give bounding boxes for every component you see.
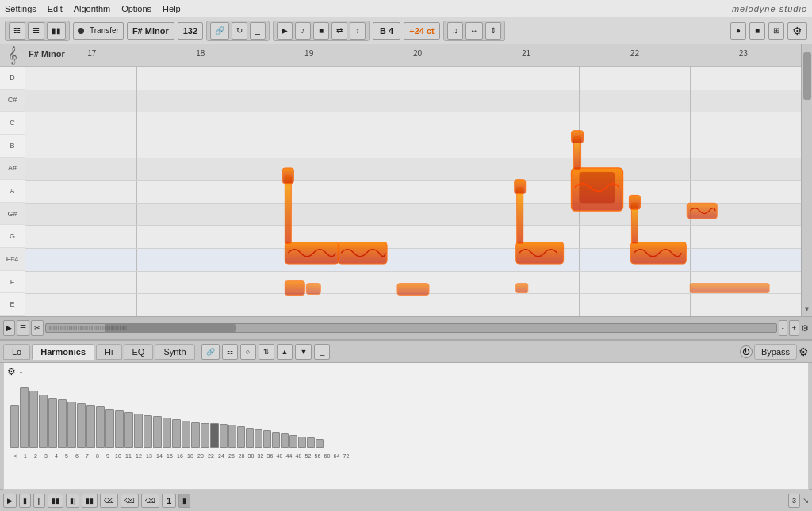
menu-edit[interactable]: Edit: [48, 4, 63, 13]
record-btn[interactable]: ■: [749, 22, 765, 40]
bar-item-2[interactable]: [29, 391, 38, 448]
bar-item-12[interactable]: [124, 412, 133, 448]
bypass-btn[interactable]: Bypass: [754, 344, 797, 360]
stretch-btn[interactable]: ↔: [465, 22, 483, 40]
power-btn[interactable]: ⏻: [740, 345, 753, 358]
bar-item-4[interactable]: [48, 398, 57, 448]
bpm-display[interactable]: 132: [178, 22, 203, 40]
bar-item-29[interactable]: [281, 433, 289, 448]
menu-settings[interactable]: Settings: [5, 4, 36, 13]
bar-item-24[interactable]: [237, 426, 245, 448]
tab-harmonics[interactable]: Harmonics: [32, 344, 94, 360]
bar-item-32[interactable]: [307, 437, 315, 448]
bar-item-18[interactable]: [182, 421, 190, 448]
circle-icon[interactable]: ○: [240, 344, 256, 360]
pitch-tool[interactable]: ♪: [295, 22, 311, 40]
bottom-extra[interactable]: 3: [788, 494, 800, 508]
harmonics-settings-btn[interactable]: ⚙: [799, 345, 809, 358]
hand-tool-btn[interactable]: ☰: [17, 320, 29, 336]
menu-help[interactable]: Help: [163, 4, 181, 13]
corner-arrow-icon[interactable]: ↘: [802, 496, 809, 505]
bottom-tool-4[interactable]: ▮▮: [48, 494, 63, 508]
bar-item-16[interactable]: [163, 418, 171, 448]
bar-item-3[interactable]: [39, 395, 48, 448]
bar-item-17[interactable]: [172, 419, 181, 448]
scissors-btn[interactable]: ✂: [31, 320, 44, 336]
bottom-tool-3[interactable]: ∥: [33, 494, 45, 508]
bar-item-30[interactable]: [289, 435, 297, 448]
bottom-tool-2[interactable]: ▮: [19, 494, 31, 508]
bar-item-8[interactable]: [86, 405, 95, 448]
bottom-tool-1[interactable]: ▶: [3, 494, 17, 508]
bar-item-22[interactable]: [220, 424, 228, 448]
bar-item-5[interactable]: [58, 399, 67, 448]
bar-item-0[interactable]: [10, 405, 19, 448]
bar-item-31[interactable]: [298, 437, 306, 448]
right-scrollbar[interactable]: ▼: [801, 44, 812, 316]
settings-btn[interactable]: ⚙: [787, 22, 807, 40]
pan-tool[interactable]: ↕: [350, 22, 366, 40]
bar-item-15[interactable]: [153, 416, 162, 448]
flat-icon[interactable]: ⎯: [314, 344, 330, 360]
level-btn[interactable]: ⇕: [485, 22, 501, 40]
pointer-tool[interactable]: ▶: [277, 22, 293, 40]
bar-item-20[interactable]: [201, 423, 209, 448]
loop-btn[interactable]: ↻: [232, 22, 247, 40]
tab-hi[interactable]: Hi: [96, 344, 121, 360]
bottom-active-btn[interactable]: ▮: [178, 494, 190, 508]
zoom-out-btn[interactable]: -: [779, 320, 787, 336]
bar-item-14[interactable]: [144, 415, 152, 448]
list-view-btn[interactable]: ☰: [28, 22, 44, 40]
bar-item-28[interactable]: [272, 432, 280, 448]
bar-item-13[interactable]: [134, 414, 143, 448]
bar-item-1[interactable]: [20, 387, 29, 448]
bar-item-6[interactable]: [67, 402, 76, 448]
bar-chart-btn[interactable]: ▮▮: [47, 22, 66, 40]
down-icon[interactable]: ▼: [295, 344, 312, 360]
bar-item-23[interactable]: [228, 425, 236, 448]
bottom-tool-6[interactable]: ▮▮: [82, 494, 98, 508]
bar-item-26[interactable]: [255, 429, 262, 448]
link-btn[interactable]: 🔗: [210, 22, 229, 40]
page-number[interactable]: 1: [162, 494, 176, 508]
tab-eq[interactable]: EQ: [124, 344, 154, 360]
monitor-btn[interactable]: ●: [730, 22, 746, 40]
tune-btn[interactable]: ♫: [447, 22, 463, 40]
bottom-tool-8[interactable]: ⌫: [121, 494, 139, 508]
harmonics-gear-icon[interactable]: ⚙: [7, 366, 16, 377]
transfer-btn[interactable]: Transfer: [73, 22, 124, 40]
grid-icon[interactable]: ☷: [222, 344, 238, 360]
bottom-tool-5[interactable]: ▮|: [66, 494, 79, 508]
note-display[interactable]: B 4: [373, 22, 400, 40]
grid-rows-container[interactable]: [25, 67, 801, 316]
shape-icon[interactable]: ▲: [277, 344, 293, 360]
formant-tool[interactable]: ■: [313, 22, 329, 40]
key-selector[interactable]: F# Minor: [127, 22, 174, 40]
tab-lo[interactable]: Lo: [3, 344, 30, 360]
time-tool[interactable]: ⇄: [331, 22, 347, 40]
scroll-down-btn[interactable]: ▼: [804, 306, 810, 313]
bottom-tool-7[interactable]: ⌫: [100, 494, 118, 508]
bar-item-9[interactable]: [96, 406, 105, 448]
bar-item-33[interactable]: [316, 439, 324, 448]
zoom-in-btn[interactable]: +: [789, 320, 799, 336]
harmonics-content[interactable]: ⚙ - <12345678910111213141516182022242628…: [3, 363, 809, 490]
snap-btn[interactable]: ⎯: [250, 22, 266, 40]
bar-item-21[interactable]: [210, 423, 219, 448]
link2-icon[interactable]: ⇅: [259, 344, 274, 360]
menu-algorithm[interactable]: Algorithm: [74, 4, 110, 13]
link-icon[interactable]: 🔗: [201, 344, 220, 360]
timeline-scrollbar[interactable]: ||||||||||||||||||||||||||||||||||||||||…: [45, 323, 777, 333]
corner-resize[interactable]: ⚙: [801, 323, 809, 334]
bar-item-11[interactable]: [115, 410, 124, 448]
bottom-tool-9[interactable]: ⌫: [141, 494, 159, 508]
tab-synth[interactable]: Synth: [155, 344, 194, 360]
grid-view-btn[interactable]: ☷: [9, 22, 25, 40]
bar-item-19[interactable]: [191, 422, 200, 448]
bar-item-10[interactable]: [105, 409, 114, 448]
bar-item-7[interactable]: [77, 403, 86, 448]
cents-display[interactable]: +24 ct: [404, 22, 440, 40]
bar-item-27[interactable]: [263, 430, 271, 448]
grid-btn[interactable]: ⊞: [768, 22, 784, 40]
pointer-tool-btn[interactable]: ▶: [3, 320, 15, 336]
